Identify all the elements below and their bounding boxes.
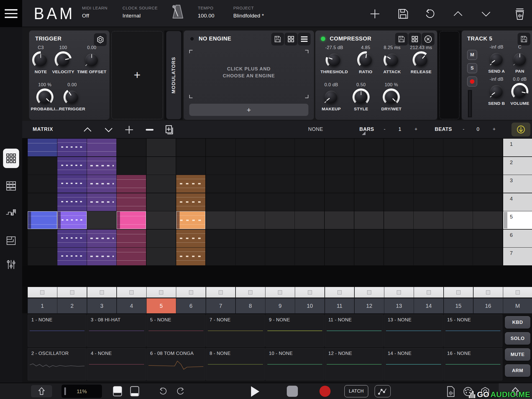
matrix-cell-r5c6[interactable] (176, 211, 206, 229)
step-15[interactable]: 15 (444, 298, 473, 313)
step-checkbox-7[interactable] (206, 287, 236, 298)
matrix-cell-r3c7[interactable] (206, 175, 235, 193)
mute-button[interactable]: MUTE (505, 348, 530, 361)
matrix-cell-r5c7[interactable] (206, 211, 235, 229)
metronome-icon[interactable] (171, 4, 185, 19)
step-4[interactable]: 4 (117, 298, 146, 313)
modulators-tab[interactable]: MODULATORS (166, 31, 181, 119)
matrix-cell-r6c16[interactable] (473, 230, 502, 247)
sidebar-item-mixer[interactable] (3, 257, 19, 272)
track-mute-button[interactable]: M (467, 50, 477, 60)
compressor-save-button[interactable] (395, 33, 408, 45)
knob-style[interactable]: 0.50 STYLE (352, 82, 370, 112)
matrix-cell-r6c2[interactable] (57, 230, 87, 247)
matrix-cell-r6c14[interactable] (414, 230, 443, 247)
step-checkbox-5[interactable] (147, 287, 176, 298)
matrix-cell-r7c12[interactable] (354, 248, 384, 265)
matrix-cell-r6c15[interactable] (443, 230, 473, 247)
track-cell[interactable]: 6 - 08 TOM CONGA (147, 348, 205, 380)
arm-button[interactable]: ARM (505, 364, 530, 377)
matrix-cell-r5c13[interactable] (384, 211, 413, 229)
matrix-cell-r6c12[interactable] (354, 230, 384, 247)
matrix-cell-r6c4[interactable] (117, 230, 146, 247)
matrix-cell-r1c8[interactable] (236, 139, 265, 156)
matrix-cell-r2c9[interactable] (265, 157, 295, 175)
step-checkbox-15[interactable] (444, 287, 473, 298)
matrix-cell-r2c10[interactable] (295, 157, 324, 175)
step-8[interactable]: 8 (236, 298, 265, 313)
pattern-row-6[interactable]: 6 (503, 230, 532, 247)
engine-menu-button[interactable] (298, 33, 311, 45)
step-checkbox-4[interactable] (117, 287, 146, 298)
add-device-slot[interactable]: + (111, 31, 163, 119)
step-9[interactable]: 9 (265, 298, 295, 313)
engine-save-button[interactable] (271, 33, 284, 45)
matrix-cell-r5c4[interactable] (117, 211, 146, 229)
pattern-row-5[interactable]: 5 (503, 211, 532, 229)
track-cell[interactable]: 12 - NONE (325, 348, 383, 380)
matrix-cell-r1c5[interactable] (147, 139, 176, 156)
pattern-row-3[interactable]: 3 (503, 175, 532, 193)
step-checkbox-9[interactable] (265, 287, 295, 298)
compressor-led[interactable] (321, 37, 325, 41)
matrix-cell-r4c7[interactable] (206, 193, 235, 211)
add-effect-slot[interactable] (439, 31, 459, 119)
pattern-row-1[interactable]: 1 (503, 139, 532, 156)
play-button[interactable] (249, 386, 262, 397)
matrix-cell-r4c9[interactable] (265, 193, 295, 211)
matrix-cell-r7c9[interactable] (265, 248, 295, 265)
bars-increment[interactable]: + (415, 126, 418, 132)
matrix-cell-r1c6[interactable] (176, 139, 206, 156)
matrix-cell-r4c11[interactable] (325, 193, 354, 211)
matrix-cell-r4c16[interactable] (473, 193, 502, 211)
matrix-cell-r7c16[interactable] (473, 248, 502, 265)
matrix-cell-r4c10[interactable] (295, 193, 324, 211)
matrix-cell-r2c7[interactable] (206, 157, 235, 175)
matrix-cell-r4c12[interactable] (354, 193, 384, 211)
matrix-cell-r5c15[interactable] (443, 211, 473, 229)
matrix-cell-r2c6[interactable] (176, 157, 206, 175)
project-field[interactable]: PROJECT Blindfolded * (233, 6, 264, 19)
matrix-cell-r5c14[interactable] (414, 211, 443, 229)
track-save-button[interactable] (518, 33, 530, 45)
add-icon[interactable] (368, 7, 382, 21)
matrix-cell-r5c2[interactable] (57, 211, 87, 229)
step-13[interactable]: 13 (384, 298, 414, 313)
knob-dry-wet[interactable]: 100 % DRY/WET (381, 82, 401, 112)
redo-button[interactable] (175, 386, 187, 397)
matrix-cell-r3c12[interactable] (354, 175, 384, 193)
sidebar-item-tracks[interactable] (3, 233, 19, 248)
matrix-cell-r1c3[interactable] (87, 139, 116, 156)
track-cell[interactable]: 13 - NONE (384, 314, 443, 347)
menu-button[interactable] (0, 0, 22, 27)
matrix-cell-r6c5[interactable] (147, 230, 176, 247)
step-5[interactable]: 5 (147, 298, 176, 313)
matrix-cell-r2c3[interactable] (87, 157, 116, 175)
matrix-cell-r4c8[interactable] (236, 193, 265, 211)
collapse-panel-button[interactable] (31, 385, 52, 397)
track-cell[interactable]: 8 - NONE (206, 348, 265, 380)
track-cell[interactable]: 7 - NONE (206, 314, 265, 347)
matrix-cell-r7c10[interactable] (295, 248, 324, 265)
step-10[interactable]: 10 (295, 298, 324, 313)
matrix-cell-r7c7[interactable] (206, 248, 235, 265)
track-cell[interactable]: 5 - NONE (147, 314, 205, 347)
track-cell[interactable]: 1 - NONE (28, 314, 86, 347)
matrix-cell-r1c2[interactable] (57, 139, 87, 156)
sidebar-item-arranger[interactable] (3, 205, 19, 221)
matrix-cell-r1c4[interactable] (117, 139, 146, 156)
pattern-row-4[interactable]: 4 (503, 193, 532, 211)
layout-top-icon[interactable] (111, 386, 124, 397)
compressor-close-button[interactable] (422, 33, 434, 45)
step-checkbox-M[interactable] (503, 287, 532, 298)
step-checkbox-2[interactable] (57, 287, 87, 298)
matrix-cell-r3c10[interactable] (295, 175, 324, 193)
matrix-cell-r1c16[interactable] (473, 139, 502, 156)
track-cell[interactable]: 9 - NONE (265, 314, 324, 347)
matrix-add-icon[interactable] (124, 124, 135, 135)
matrix-cell-r7c4[interactable] (117, 248, 146, 265)
undo-button[interactable] (157, 386, 169, 397)
matrix-cell-r4c6[interactable] (176, 193, 206, 211)
matrix-cell-r5c11[interactable] (325, 211, 354, 229)
matrix-remove-icon[interactable] (144, 124, 155, 135)
